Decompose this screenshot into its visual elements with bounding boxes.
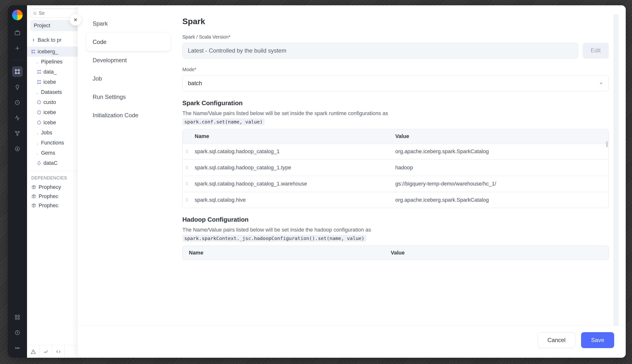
- svg-point-46: [187, 184, 188, 184]
- table-row[interactable]: spark.sql.catalog.hive org.apache.iceber…: [182, 192, 608, 208]
- caret-down-icon: [36, 90, 39, 94]
- drag-handle-icon[interactable]: [182, 161, 191, 175]
- spark-conf-title: Spark Configuration: [182, 100, 609, 107]
- svg-rect-11: [18, 315, 20, 317]
- app-logo: [12, 10, 23, 20]
- tree-item-label: dataC: [44, 160, 58, 166]
- nav-development[interactable]: Development: [86, 51, 170, 70]
- dependency-label: Prophec: [38, 193, 58, 200]
- rail-graph-icon[interactable]: [12, 128, 23, 139]
- svg-point-21: [32, 52, 32, 53]
- svg-point-44: [187, 182, 188, 183]
- caret-right-icon: [36, 141, 39, 144]
- svg-point-27: [38, 80, 38, 81]
- svg-point-38: [187, 166, 188, 167]
- svg-point-41: [186, 168, 186, 169]
- settings-modal: Spark Code Development Job Run Settings …: [78, 5, 626, 358]
- svg-rect-13: [18, 318, 20, 319]
- svg-point-1: [15, 70, 16, 71]
- nav-code[interactable]: Code: [86, 33, 170, 51]
- svg-point-53: [186, 201, 186, 202]
- package-icon: [31, 185, 36, 190]
- col-name: Name: [182, 246, 388, 260]
- metrics-icon[interactable]: [40, 346, 52, 358]
- svg-point-16: [17, 348, 18, 348]
- modal-footer: Cancel Save: [78, 326, 626, 358]
- close-icon: [73, 17, 78, 22]
- rail-help-icon[interactable]: [12, 327, 23, 338]
- table-row[interactable]: spark.sql.catalog.hadoop_catalog_1 org.a…: [182, 143, 608, 160]
- svg-point-7: [18, 131, 19, 132]
- svg-point-2: [18, 70, 20, 71]
- svg-point-28: [40, 80, 40, 81]
- cancel-button[interactable]: Cancel: [538, 332, 576, 348]
- mode-select[interactable]: batch: [182, 75, 609, 91]
- chevron-down-icon: [599, 81, 603, 86]
- page-title: Spark: [182, 14, 609, 34]
- col-name: Name: [191, 129, 392, 143]
- cell-name: spark.sql.catalog.hadoop_catalog_1.wareh…: [191, 176, 392, 192]
- settings-content: Spark Spark / Scala Version* Latest - Co…: [170, 14, 614, 326]
- modal-scrollbar[interactable]: [614, 14, 618, 326]
- nav-init-code[interactable]: Initialization Code: [86, 106, 170, 124]
- svg-point-20: [34, 50, 35, 51]
- svg-point-51: [186, 200, 186, 200]
- problems-icon[interactable]: [27, 346, 40, 358]
- rail-add-icon[interactable]: [12, 43, 23, 54]
- svg-point-45: [186, 184, 186, 184]
- nav-spark[interactable]: Spark: [86, 14, 170, 33]
- drag-handle-icon[interactable]: [182, 177, 191, 191]
- svg-point-54: [187, 201, 188, 202]
- drag-handle-icon[interactable]: [182, 144, 191, 158]
- close-button[interactable]: [70, 14, 81, 26]
- cell-value: hadoop: [392, 160, 608, 176]
- nav-run-settings[interactable]: Run Settings: [86, 88, 170, 106]
- table-row[interactable]: spark.sql.catalog.hadoop_catalog_1.type …: [182, 160, 608, 176]
- pipeline-icon: [37, 80, 42, 84]
- nav-job[interactable]: Job: [86, 70, 170, 88]
- drag-handle-icon[interactable]: [182, 193, 191, 207]
- version-label: Spark / Scala Version*: [182, 34, 609, 40]
- tree-item-label: data_: [44, 69, 57, 75]
- tree-pipelines-label: Pipelines: [41, 58, 62, 65]
- dependency-label: Prophec: [38, 202, 58, 209]
- rail-pipeline-icon[interactable]: [12, 66, 23, 77]
- rail-apps-icon[interactable]: [12, 312, 23, 322]
- caret-right-icon: [36, 131, 39, 134]
- rail-gem-icon[interactable]: [12, 82, 23, 92]
- svg-point-19: [32, 50, 32, 51]
- caret-down-icon: [36, 60, 39, 64]
- back-label: Back to pr: [38, 37, 62, 43]
- table-row[interactable]: spark.sql.catalog.hadoop_catalog_1.wareh…: [182, 176, 608, 192]
- spark-conf-code: spark.conf.set(name, value): [182, 118, 264, 125]
- edit-button[interactable]: Edit: [582, 43, 609, 58]
- svg-point-34: [187, 151, 188, 152]
- cell-name: spark.sql.catalog.hadoop_catalog_1.type: [191, 160, 392, 176]
- rail-activity-icon[interactable]: [12, 113, 23, 123]
- version-field: Latest - Controlled by the build system: [182, 43, 578, 58]
- svg-point-40: [187, 168, 188, 168]
- tree-item-label: icebe: [44, 79, 56, 85]
- rail-camera-icon[interactable]: [12, 28, 23, 38]
- svg-point-43: [186, 182, 186, 183]
- hadoop-conf-desc: The Name/Value pairs listed below will b…: [182, 227, 609, 233]
- save-button[interactable]: Save: [581, 332, 614, 348]
- svg-point-17: [18, 348, 19, 348]
- svg-point-42: [187, 168, 188, 169]
- svg-point-30: [40, 83, 40, 84]
- svg-rect-12: [15, 318, 17, 319]
- svg-point-31: [186, 150, 186, 150]
- rail-clock-icon[interactable]: [12, 97, 23, 108]
- tree-item-label: icebe: [44, 120, 56, 126]
- code-icon[interactable]: [52, 346, 65, 358]
- rail-download-icon[interactable]: [12, 144, 23, 154]
- svg-point-29: [38, 83, 38, 84]
- pipeline-icon: [37, 70, 42, 74]
- spark-conf-table: Name Value spark.sql.catalog.hadoop_cata…: [182, 129, 609, 208]
- arrow-left-icon: [31, 38, 36, 42]
- rail-more-icon[interactable]: [12, 343, 23, 354]
- table-scrollbar-thumb[interactable]: [606, 141, 608, 147]
- svg-point-18: [34, 12, 36, 14]
- svg-point-36: [187, 152, 188, 153]
- tree-jobs-label: Jobs: [41, 130, 52, 136]
